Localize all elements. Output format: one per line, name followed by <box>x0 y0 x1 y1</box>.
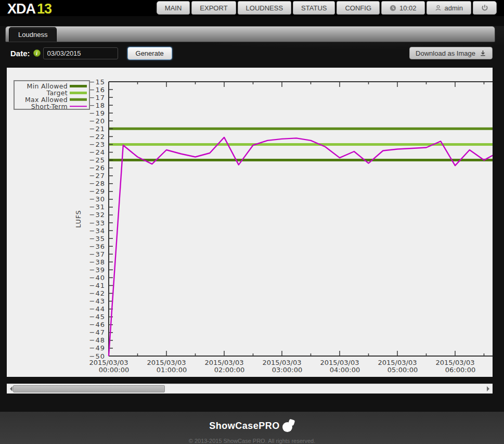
generate-button[interactable]: Generate <box>127 47 172 60</box>
user-icon <box>435 5 442 11</box>
svg-text:−17: −17 <box>89 94 105 102</box>
svg-text:−27: −27 <box>89 172 105 180</box>
svg-text:03:00:00: 03:00:00 <box>272 366 302 374</box>
y-axis-labels: −15−16−17−18−19−20−21−22−23−24−25−26−27−… <box>89 78 105 360</box>
chart-axes <box>109 82 493 356</box>
loudness-chart: −15−16−17−18−19−20−21−22−23−24−25−26−27−… <box>7 68 493 377</box>
page-footer: ShowCasePRO © 2013-2015 ShowCase PRO. Al… <box>0 412 504 444</box>
svg-text:−31: −31 <box>89 203 105 211</box>
brand-text: ShowCasePRO <box>209 421 280 432</box>
svg-text:06:00:00: 06:00:00 <box>445 366 475 374</box>
clock-icon <box>390 5 396 11</box>
svg-text:−35: −35 <box>89 235 105 243</box>
svg-text:−45: −45 <box>89 313 105 321</box>
svg-text:−33: −33 <box>89 219 105 227</box>
svg-text:−25: −25 <box>89 156 105 164</box>
svg-text:−42: −42 <box>89 289 105 297</box>
short-term-line <box>109 137 493 356</box>
scrollbar-thumb[interactable] <box>13 385 165 392</box>
date-label: Date: <box>10 49 30 58</box>
user-menu[interactable]: admin <box>427 1 471 15</box>
copyright: © 2013-2015 ShowCase PRO. All rights res… <box>0 437 504 444</box>
svg-text:−18: −18 <box>89 102 105 109</box>
svg-text:2015/03/03: 2015/03/03 <box>378 359 417 366</box>
svg-text:−19: −19 <box>89 109 105 117</box>
svg-text:01:00:00: 01:00:00 <box>157 366 187 374</box>
svg-text:−16: −16 <box>89 86 105 94</box>
logout-button[interactable] <box>473 1 497 15</box>
svg-text:−22: −22 <box>89 133 105 141</box>
power-icon <box>481 4 488 11</box>
svg-text:−40: −40 <box>89 274 105 282</box>
x-axis-labels: 2015/03/0300:00:002015/03/0301:00:002015… <box>89 359 476 374</box>
download-image-label: Download as Image <box>416 49 475 57</box>
svg-text:−47: −47 <box>89 328 105 336</box>
svg-text:−28: −28 <box>89 180 105 187</box>
chart-panel: −15−16−17−18−19−20−21−22−23−24−25−26−27−… <box>7 68 493 377</box>
svg-text:−39: −39 <box>89 266 105 274</box>
logo-text-main: XDA <box>7 1 35 17</box>
nav-item-loudness[interactable]: LOUDNESS <box>238 1 292 15</box>
nav-item-export[interactable]: EXPORT <box>191 1 236 15</box>
top-bar: XDA13 MAIN EXPORT LOUDNESS STATUS CONFIG… <box>0 0 504 16</box>
svg-text:−24: −24 <box>89 148 105 156</box>
tab-loudness[interactable]: Loudness <box>9 27 57 42</box>
clock-display: 10:02 <box>381 1 425 15</box>
svg-text:−21: −21 <box>89 125 105 133</box>
svg-text:−41: −41 <box>89 282 105 289</box>
svg-text:−30: −30 <box>89 195 105 203</box>
tab-strip: Loudness <box>5 26 495 42</box>
download-image-button[interactable]: Download as Image <box>409 47 493 59</box>
svg-text:−36: −36 <box>89 243 105 250</box>
svg-text:2015/03/03: 2015/03/03 <box>436 359 475 366</box>
svg-text:−15: −15 <box>89 78 105 86</box>
svg-text:2015/03/03: 2015/03/03 <box>205 359 244 366</box>
content-area: Loudness Date: Generate Download as Imag… <box>0 26 504 412</box>
nav-item-main[interactable]: MAIN <box>157 1 190 15</box>
svg-text:−44: −44 <box>89 305 105 313</box>
date-input[interactable] <box>43 47 118 59</box>
svg-text:−23: −23 <box>89 141 105 148</box>
svg-text:00:00:00: 00:00:00 <box>99 366 129 374</box>
svg-text:04:00:00: 04:00:00 <box>330 366 360 374</box>
nav-item-status[interactable]: STATUS <box>293 1 335 15</box>
clock-time: 10:02 <box>399 4 417 12</box>
svg-text:−49: −49 <box>89 344 105 352</box>
user-name: admin <box>445 4 463 12</box>
svg-text:−48: −48 <box>89 336 105 344</box>
svg-text:05:00:00: 05:00:00 <box>387 366 418 374</box>
svg-text:−26: −26 <box>89 164 105 172</box>
svg-text:−43: −43 <box>89 297 105 305</box>
svg-text:−34: −34 <box>89 227 105 235</box>
horizontal-scrollbar[interactable] <box>7 384 493 394</box>
svg-text:2015/03/03: 2015/03/03 <box>147 359 186 366</box>
nav-item-config[interactable]: CONFIG <box>337 1 380 15</box>
svg-text:−32: −32 <box>89 211 105 219</box>
app-logo: XDA13 <box>7 1 51 17</box>
main-nav: MAIN EXPORT LOUDNESS STATUS CONFIG 10:02… <box>157 1 497 15</box>
svg-text:02:00:00: 02:00:00 <box>214 366 244 374</box>
copyright-line: © 2013-2015 ShowCase PRO. All rights res… <box>0 437 504 444</box>
download-icon <box>480 50 486 57</box>
info-icon[interactable] <box>33 49 41 57</box>
svg-text:2015/03/03: 2015/03/03 <box>263 359 302 366</box>
showcasepro-logo-icon <box>282 420 295 432</box>
logo-text-accent: 13 <box>37 1 51 17</box>
scroll-left-arrow[interactable] <box>10 386 12 391</box>
chart-legend: Min AllowedTargetMax AllowedShort-Term <box>14 81 89 110</box>
svg-text:Short-Term: Short-Term <box>31 103 68 110</box>
scroll-right-arrow[interactable] <box>487 386 489 391</box>
svg-text:−38: −38 <box>89 258 105 266</box>
svg-text:−37: −37 <box>89 250 105 258</box>
svg-text:−20: −20 <box>89 117 105 125</box>
showcasepro-brand: ShowCasePRO <box>209 420 295 432</box>
y-axis-title: LUFS <box>74 210 82 227</box>
toolbar: Date: Generate Download as Image <box>10 46 493 60</box>
svg-text:2015/03/03: 2015/03/03 <box>89 359 128 366</box>
svg-text:−29: −29 <box>89 187 105 195</box>
svg-text:2015/03/03: 2015/03/03 <box>320 359 359 366</box>
svg-text:−46: −46 <box>89 321 105 328</box>
